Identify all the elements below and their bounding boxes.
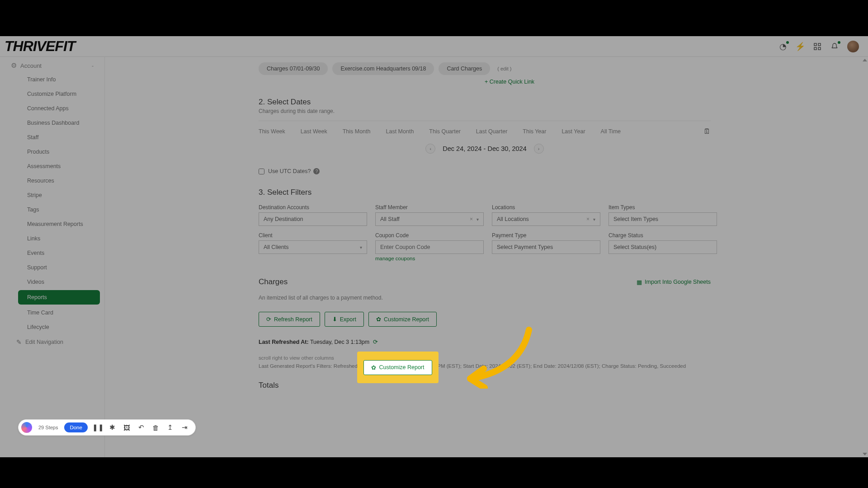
sidebar: ⚙ Account - Trainer Info Customize Platf… bbox=[0, 57, 105, 457]
sidebar-item-measurement-reports[interactable]: Measurement Reports bbox=[0, 217, 104, 231]
sidebar-item-time-card[interactable]: Time Card bbox=[0, 305, 104, 320]
client-select[interactable]: All Clients▾ bbox=[259, 240, 367, 254]
date-range-text[interactable]: Dec 24, 2024 - Dec 30, 2024 bbox=[437, 145, 532, 152]
item-types-input[interactable]: Select Item Types bbox=[609, 212, 717, 226]
chevron-down-icon: ▾ bbox=[476, 217, 479, 222]
charges-description: An itemized list of all charges to a pay… bbox=[259, 295, 711, 301]
coupon-label: Coupon Code bbox=[375, 232, 484, 239]
recorder-step-count: 29 Steps bbox=[38, 425, 58, 430]
payment-type-label: Payment Type bbox=[492, 232, 600, 239]
charge-status-input[interactable]: Select Status(es) bbox=[609, 240, 717, 254]
preset-last-quarter[interactable]: Last Quarter bbox=[476, 128, 507, 135]
client-label: Client bbox=[259, 232, 367, 239]
date-prev-button[interactable]: ‹ bbox=[425, 144, 435, 154]
upload-icon[interactable]: ↥ bbox=[166, 423, 175, 432]
clear-icon[interactable]: × bbox=[586, 216, 590, 222]
bell-icon[interactable] bbox=[830, 42, 839, 51]
svg-rect-1 bbox=[818, 43, 821, 46]
preset-last-week[interactable]: Last Week bbox=[301, 128, 327, 135]
end-icon[interactable]: ⇥ bbox=[181, 423, 189, 432]
sidebar-item-products[interactable]: Products bbox=[0, 145, 104, 159]
preset-this-year[interactable]: This Year bbox=[523, 128, 546, 135]
sidebar-item-resources[interactable]: Resources bbox=[0, 174, 104, 188]
import-google-sheets-link[interactable]: ▦ Import Into Google Sheets bbox=[637, 279, 711, 286]
sidebar-item-lifecycle[interactable]: Lifecycle bbox=[0, 320, 104, 334]
date-presets: This Week Last Week This Month Last Mont… bbox=[259, 121, 711, 136]
staff-label: Staff Member bbox=[375, 204, 484, 211]
customize-report-button-highlighted[interactable]: ✿ Customize Report bbox=[363, 360, 432, 375]
preset-this-month[interactable]: This Month bbox=[343, 128, 371, 135]
customize-report-button[interactable]: ✿Customize Report bbox=[368, 312, 437, 327]
preset-last-year[interactable]: Last Year bbox=[561, 128, 585, 135]
sidebar-item-stripe[interactable]: Stripe bbox=[0, 188, 104, 202]
sidebar-item-tags[interactable]: Tags bbox=[0, 202, 104, 217]
trash-icon[interactable]: 🗑 bbox=[152, 424, 160, 432]
sidebar-item-links[interactable]: Links bbox=[0, 231, 104, 246]
avatar[interactable] bbox=[847, 41, 859, 52]
annotation-highlight: ✿ Customize Report bbox=[357, 352, 439, 383]
blur-icon[interactable]: ✱ bbox=[108, 423, 117, 432]
preset-this-week[interactable]: This Week bbox=[259, 128, 285, 135]
image-icon[interactable]: 🖼 bbox=[123, 424, 131, 432]
clear-icon[interactable]: × bbox=[470, 216, 473, 222]
gear-icon: ✿ bbox=[376, 316, 381, 323]
payment-type-input[interactable]: Select Payment Types bbox=[492, 240, 600, 254]
header-icons: ◔ ⚡ bbox=[778, 41, 859, 52]
charge-status-label: Charge Status bbox=[609, 232, 717, 239]
select-dates-subtitle: Charges during this date range. bbox=[259, 108, 711, 114]
select-filters-title: 3. Select Filters bbox=[259, 188, 711, 197]
item-types-label: Item Types bbox=[609, 204, 717, 211]
brand-logo: THRIVEFIT bbox=[5, 38, 75, 55]
sidebar-section-account[interactable]: ⚙ Account - bbox=[0, 57, 104, 72]
coupon-input[interactable] bbox=[375, 240, 484, 254]
manage-coupons-link[interactable]: manage coupons bbox=[375, 256, 484, 261]
utc-checkbox[interactable] bbox=[259, 169, 264, 174]
refresh-icon: ⟳ bbox=[266, 316, 271, 323]
sidebar-item-trainer-info[interactable]: Trainer Info bbox=[0, 72, 104, 87]
undo-icon[interactable]: ↶ bbox=[137, 423, 146, 432]
charges-heading-row: Charges ▦ Import Into Google Sheets bbox=[259, 277, 711, 286]
scroll-down-icon[interactable] bbox=[863, 453, 867, 455]
locations-select[interactable]: All Locations×▾ bbox=[492, 212, 600, 226]
edit-navigation-link[interactable]: ✎ Edit Navigation bbox=[0, 334, 104, 350]
quick-link-edit[interactable]: ( edit ) bbox=[497, 66, 511, 71]
recorder-logo-icon[interactable] bbox=[21, 422, 32, 433]
recorder-done-button[interactable]: Done bbox=[64, 422, 88, 432]
staff-select[interactable]: All Staff×▾ bbox=[375, 212, 484, 226]
preset-last-month[interactable]: Last Month bbox=[386, 128, 414, 135]
sidebar-item-reports[interactable]: Reports bbox=[18, 290, 100, 305]
calendar-icon[interactable]: 🗓 bbox=[703, 127, 711, 136]
refresh-report-button[interactable]: ⟳Refresh Report bbox=[259, 312, 320, 327]
destination-input[interactable]: Any Destination bbox=[259, 212, 367, 226]
preset-this-quarter[interactable]: This Quarter bbox=[429, 128, 460, 135]
svg-rect-2 bbox=[814, 47, 816, 50]
sidebar-item-business-dashboard[interactable]: Business Dashboard bbox=[0, 116, 104, 130]
quick-link-pill[interactable]: Charges 07/01-09/30 bbox=[259, 62, 328, 75]
preset-all-time[interactable]: All Time bbox=[601, 128, 621, 135]
sidebar-item-staff[interactable]: Staff bbox=[0, 130, 104, 145]
sidebar-item-support[interactable]: Support bbox=[0, 260, 104, 275]
export-button[interactable]: ⬇Export bbox=[325, 312, 364, 327]
sidebar-item-customize-platform[interactable]: Customize Platform bbox=[0, 87, 104, 101]
main-content: Charges 07/01-09/30 Exercise.com Headqua… bbox=[105, 57, 863, 457]
create-quick-link[interactable]: + Create Quick Link bbox=[485, 79, 711, 85]
help-icon[interactable]: ? bbox=[313, 168, 320, 174]
select-dates-title: 2. Select Dates bbox=[259, 98, 711, 107]
pause-icon[interactable]: ❚❚ bbox=[94, 423, 102, 432]
sidebar-item-events[interactable]: Events bbox=[0, 246, 104, 260]
timer-icon[interactable]: ◔ bbox=[778, 42, 788, 51]
quick-link-pill[interactable]: Exercise.com Headquarters 09/18 bbox=[332, 62, 434, 75]
quick-link-pill[interactable]: Card Charges bbox=[439, 62, 490, 75]
sidebar-item-assessments[interactable]: Assessments bbox=[0, 159, 104, 174]
sync-icon[interactable]: ⟳ bbox=[373, 338, 378, 345]
svg-rect-0 bbox=[814, 43, 816, 46]
date-next-button[interactable]: › bbox=[534, 144, 544, 154]
utc-label: Use UTC Dates? bbox=[268, 168, 311, 174]
bolt-icon[interactable]: ⚡ bbox=[796, 42, 805, 51]
grid-icon[interactable] bbox=[813, 42, 822, 51]
sidebar-item-videos[interactable]: Videos bbox=[0, 275, 104, 289]
scroll-up-icon[interactable] bbox=[863, 59, 867, 61]
recorder-toolbar: 29 Steps Done ❚❚ ✱ 🖼 ↶ 🗑 ↥ ⇥ bbox=[18, 419, 196, 436]
sidebar-item-connected-apps[interactable]: Connected Apps bbox=[0, 101, 104, 116]
locations-label: Locations bbox=[492, 204, 600, 211]
